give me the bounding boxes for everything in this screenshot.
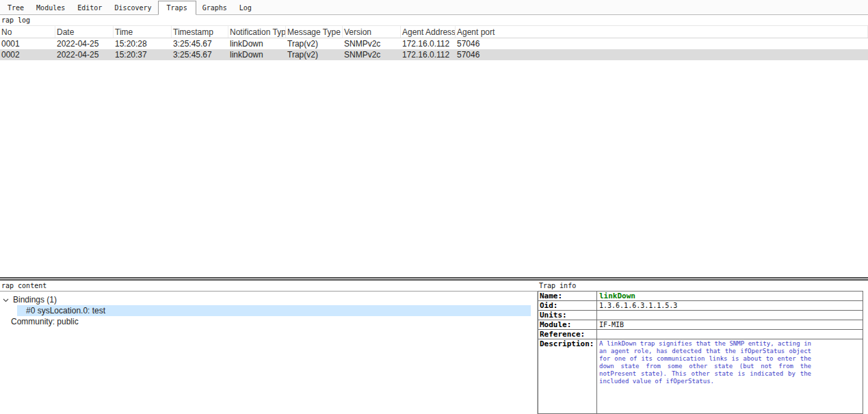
tree-item-bindings[interactable]: Bindings (1): [0, 294, 537, 305]
binding-item-label: #0 sysLocation.0: test: [26, 306, 105, 315]
trap-content-panel: rap content Bindings (1) #0 sysLocation.…: [0, 281, 538, 414]
tab-traps[interactable]: Traps: [158, 1, 196, 15]
bottom-panels: rap content Bindings (1) #0 sysLocation.…: [0, 281, 868, 414]
info-value-description: A linkDown trap signifies that the SNMP …: [597, 339, 863, 413]
column-header-notification-type[interactable]: Notification Typ: [228, 26, 286, 38]
table-row[interactable]: 0001 2022-04-25 15:20:28 3:25:45.67 link…: [0, 38, 868, 49]
community-label: Community: public: [11, 317, 79, 326]
info-row-reference: Reference:: [538, 330, 863, 339]
cell-timestamp: 3:25:45.67: [172, 49, 228, 60]
trap-log-table: No Date Time Timestamp Notification Typ …: [0, 25, 868, 60]
column-header-date[interactable]: Date: [55, 26, 114, 38]
info-label-units: Units:: [538, 311, 597, 320]
main-tabbar: Tree Modules Editor Discovery Traps Grap…: [0, 0, 868, 15]
trap-log-header-row: No Date Time Timestamp Notification Typ …: [0, 25, 868, 38]
tab-modules[interactable]: Modules: [30, 1, 71, 14]
trap-log-empty-area: [0, 60, 868, 277]
bindings-label: Bindings (1): [13, 295, 57, 305]
info-value-module: IF-MIB: [597, 320, 863, 329]
info-row-name: Name: linkDown: [538, 292, 863, 301]
tab-graphs[interactable]: Graphs: [196, 1, 233, 14]
cell-agent-port: 57046: [456, 49, 868, 60]
info-value-reference: [597, 330, 863, 339]
cell-no: 0001: [0, 38, 55, 49]
tab-editor[interactable]: Editor: [71, 1, 108, 14]
cell-date: 2022-04-25: [55, 49, 114, 60]
cell-notification-type: linkDown: [228, 38, 286, 49]
cell-version: SNMPv2c: [343, 38, 401, 49]
snmp-tool-window: Tree Modules Editor Discovery Traps Grap…: [0, 0, 868, 414]
description-text: A linkDown trap signifies that the SNMP …: [599, 339, 811, 385]
info-value-name: linkDown: [597, 292, 863, 300]
column-header-timestamp[interactable]: Timestamp: [172, 26, 228, 38]
cell-message-type: Trap(v2): [286, 49, 343, 60]
cell-time: 15:20:37: [114, 49, 172, 60]
cell-agent-address: 172.16.0.112: [401, 49, 456, 60]
cell-version: SNMPv2c: [343, 49, 401, 60]
column-header-agent-address[interactable]: Agent Address: [401, 26, 456, 38]
cell-date: 2022-04-25: [55, 38, 114, 49]
tab-tree[interactable]: Tree: [1, 1, 30, 14]
cell-notification-type: linkDown: [228, 49, 286, 60]
trap-content-tree: Bindings (1) #0 sysLocation.0: test Comm…: [0, 291, 538, 414]
cell-no: 0002: [0, 49, 55, 60]
table-row-selected[interactable]: 0002 2022-04-25 15:20:37 3:25:45.67 link…: [0, 49, 868, 60]
cell-message-type: Trap(v2): [286, 38, 343, 49]
info-row-module: Module: IF-MIB: [538, 320, 863, 330]
info-label-module: Module:: [538, 320, 597, 329]
info-value-units: [597, 311, 863, 320]
info-label-name: Name:: [538, 292, 597, 300]
column-header-no[interactable]: No: [0, 26, 55, 38]
info-label-reference: Reference:: [538, 330, 597, 339]
trap-info-panel: Trap info Name: linkDown Oid: 1.3.6.1.6.…: [538, 281, 868, 414]
trap-info-table: Name: linkDown Oid: 1.3.6.1.6.3.1.1.5.3 …: [538, 291, 863, 414]
cell-agent-address: 172.16.0.112: [401, 38, 456, 49]
cell-agent-port: 57046: [456, 38, 868, 49]
info-label-oid: Oid:: [538, 301, 597, 310]
column-header-time[interactable]: Time: [114, 26, 172, 38]
tab-log[interactable]: Log: [233, 1, 258, 14]
cell-time: 15:20:28: [114, 38, 172, 49]
trap-content-label: rap content: [0, 281, 538, 291]
trap-log-label: rap log: [0, 15, 868, 25]
tree-item-community[interactable]: Community: public: [0, 316, 537, 327]
chevron-down-icon[interactable]: [3, 297, 10, 303]
info-row-description: Description: A linkDown trap signifies t…: [538, 339, 863, 413]
trap-info-label: Trap info: [538, 281, 863, 291]
column-header-agent-port[interactable]: Agent port: [456, 26, 868, 38]
column-header-version[interactable]: Version: [343, 26, 401, 38]
info-row-units: Units:: [538, 311, 863, 320]
info-value-oid: 1.3.6.1.6.3.1.1.5.3: [597, 301, 863, 310]
tab-discovery[interactable]: Discovery: [108, 1, 157, 14]
tree-item-binding-0[interactable]: #0 sysLocation.0: test: [17, 305, 531, 316]
cell-timestamp: 3:25:45.67: [172, 38, 228, 49]
column-header-message-type[interactable]: Message Type: [286, 26, 343, 38]
info-label-description: Description:: [538, 339, 597, 413]
info-row-oid: Oid: 1.3.6.1.6.3.1.1.5.3: [538, 301, 863, 311]
